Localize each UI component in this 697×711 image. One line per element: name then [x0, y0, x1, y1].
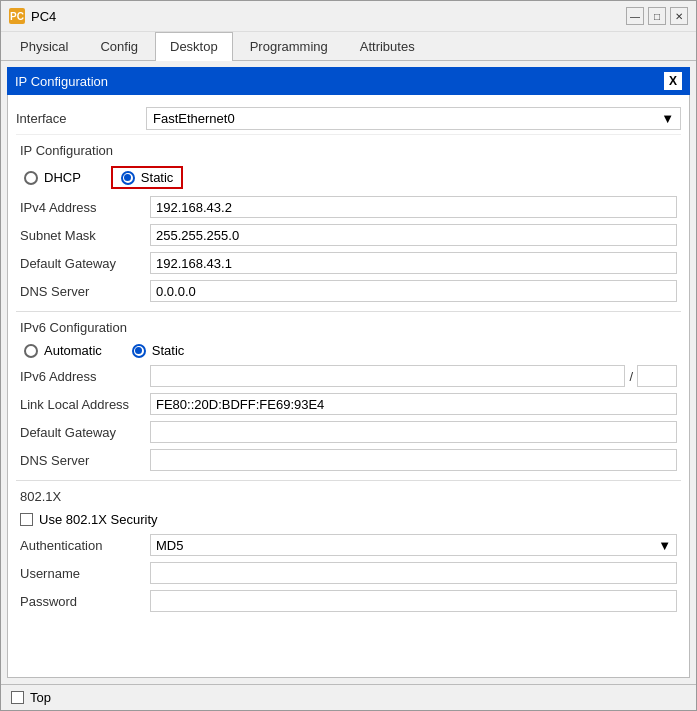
use-dot1x-label: Use 802.1X Security — [39, 512, 158, 527]
interface-row: Interface FastEthernet0 ▼ — [16, 103, 681, 135]
ipv6-address-label: IPv6 Address — [20, 369, 150, 384]
use-dot1x-row: Use 802.1X Security — [16, 508, 681, 531]
ipv6-static-label: Static — [152, 343, 185, 358]
username-input[interactable] — [150, 562, 677, 584]
ipv4-address-row: IPv4 Address — [16, 193, 681, 221]
tab-programming[interactable]: Programming — [235, 32, 343, 60]
ip-config-body: Interface FastEthernet0 ▼ IP Configurati… — [7, 95, 690, 678]
dhcp-radio[interactable]: DHCP — [24, 170, 81, 185]
main-content: IP Configuration X Interface FastEtherne… — [1, 61, 696, 684]
dns-server-input[interactable] — [150, 280, 677, 302]
use-dot1x-checkbox[interactable] — [20, 513, 33, 526]
ipv6-static-radio-circle — [132, 344, 146, 358]
app-icon: PC — [9, 8, 25, 24]
top-label: Top — [30, 690, 51, 705]
default-gateway-input[interactable] — [150, 252, 677, 274]
password-input[interactable] — [150, 590, 677, 612]
ipv6-section-title: IPv6 Configuration — [20, 320, 681, 335]
dhcp-radio-circle — [24, 171, 38, 185]
ipv6-address-inputs: / — [150, 365, 677, 387]
interface-dropdown-icon: ▼ — [661, 111, 674, 126]
ipv6-default-gateway-input[interactable] — [150, 421, 677, 443]
main-window: PC PC4 — □ ✕ Physical Config Desktop Pro… — [0, 0, 697, 711]
minimize-button[interactable]: — — [626, 7, 644, 25]
dot1x-section-title: 802.1X — [20, 489, 681, 504]
ipv6-static-radio[interactable]: Static — [132, 343, 185, 358]
authentication-select[interactable]: MD5 ▼ — [150, 534, 677, 556]
dhcp-label: DHCP — [44, 170, 81, 185]
title-bar: PC PC4 — □ ✕ — [1, 1, 696, 32]
ipv4-radio-row: DHCP Static — [16, 162, 681, 193]
link-local-label: Link Local Address — [20, 397, 150, 412]
ipv6-radio-row: Automatic Static — [16, 339, 681, 362]
dns-server-label: DNS Server — [20, 284, 150, 299]
divider-dot1x — [16, 480, 681, 481]
static-label: Static — [141, 170, 174, 185]
ipv4-address-input[interactable] — [150, 196, 677, 218]
close-window-button[interactable]: ✕ — [670, 7, 688, 25]
tab-desktop[interactable]: Desktop — [155, 32, 233, 61]
maximize-button[interactable]: □ — [648, 7, 666, 25]
authentication-value: MD5 — [156, 538, 183, 553]
tab-bar: Physical Config Desktop Programming Attr… — [1, 32, 696, 61]
static-radio[interactable]: Static — [111, 166, 184, 189]
ipv6-prefix-input[interactable] — [637, 365, 677, 387]
password-row: Password — [16, 587, 681, 615]
ipv6-default-gateway-row: Default Gateway — [16, 418, 681, 446]
ipv6-slash: / — [629, 369, 633, 384]
authentication-label: Authentication — [20, 538, 150, 553]
ipv6-address-row: IPv6 Address / — [16, 362, 681, 390]
default-gateway-row: Default Gateway — [16, 249, 681, 277]
authentication-dropdown-icon: ▼ — [658, 538, 671, 553]
authentication-row: Authentication MD5 ▼ — [16, 531, 681, 559]
dns-server-row: DNS Server — [16, 277, 681, 305]
username-row: Username — [16, 559, 681, 587]
window-title: PC4 — [31, 9, 620, 24]
interface-label: Interface — [16, 111, 146, 126]
ip-config-title: IP Configuration — [15, 74, 108, 89]
ipv6-address-input[interactable] — [150, 365, 625, 387]
bottom-bar: Top — [1, 684, 696, 710]
automatic-label: Automatic — [44, 343, 102, 358]
ipv6-dns-label: DNS Server — [20, 453, 150, 468]
ipv6-dns-row: DNS Server — [16, 446, 681, 474]
ip-config-close-button[interactable]: X — [664, 72, 682, 90]
ipv6-default-gateway-label: Default Gateway — [20, 425, 150, 440]
ipv6-dns-input[interactable] — [150, 449, 677, 471]
interface-value: FastEthernet0 — [153, 111, 235, 126]
default-gateway-label: Default Gateway — [20, 256, 150, 271]
link-local-row: Link Local Address — [16, 390, 681, 418]
password-label: Password — [20, 594, 150, 609]
subnet-mask-label: Subnet Mask — [20, 228, 150, 243]
tab-config[interactable]: Config — [85, 32, 153, 60]
subnet-mask-input[interactable] — [150, 224, 677, 246]
ipv4-section-title: IP Configuration — [20, 143, 681, 158]
automatic-radio-circle — [24, 344, 38, 358]
interface-select[interactable]: FastEthernet0 ▼ — [146, 107, 681, 130]
top-checkbox[interactable] — [11, 691, 24, 704]
automatic-radio[interactable]: Automatic — [24, 343, 102, 358]
static-radio-circle — [121, 171, 135, 185]
username-label: Username — [20, 566, 150, 581]
window-controls: — □ ✕ — [626, 7, 688, 25]
tab-physical[interactable]: Physical — [5, 32, 83, 60]
tab-attributes[interactable]: Attributes — [345, 32, 430, 60]
ipv4-address-label: IPv4 Address — [20, 200, 150, 215]
divider-ipv6 — [16, 311, 681, 312]
ip-config-header: IP Configuration X — [7, 67, 690, 95]
link-local-input[interactable] — [150, 393, 677, 415]
subnet-mask-row: Subnet Mask — [16, 221, 681, 249]
